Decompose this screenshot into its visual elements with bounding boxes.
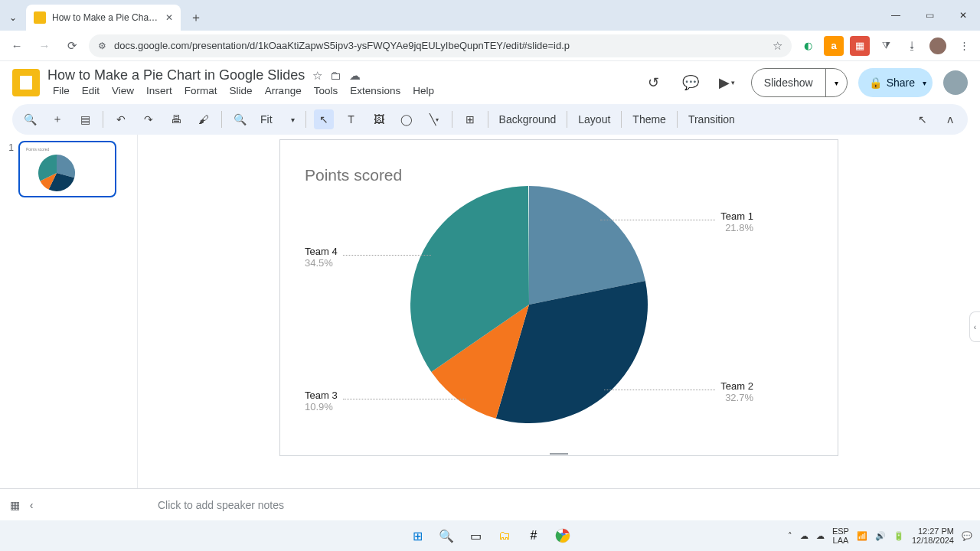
volume-icon[interactable]: 🔊 — [875, 531, 886, 541]
image-icon[interactable]: 🖼 — [369, 109, 389, 129]
menu-slide[interactable]: Slide — [224, 83, 258, 98]
extensions-menu-icon[interactable]: ⧩ — [876, 36, 896, 56]
menu-file[interactable]: File — [47, 83, 75, 98]
zoom-dropdown[interactable]: Fit▾ — [257, 113, 298, 126]
battery-icon[interactable]: 🔋 — [893, 531, 904, 541]
reload-button[interactable]: ⟳ — [61, 35, 83, 57]
system-tray[interactable]: ˄ ☁ ☁ ESPLAA 📶 🔊 🔋 12:27 PM12/18/2024 💬 — [788, 527, 972, 545]
slideshow-button[interactable]: Slideshow ▾ — [751, 68, 848, 97]
separator — [103, 111, 103, 128]
grid-view-icon[interactable]: ▦ — [10, 499, 20, 511]
theme-button[interactable]: Theme — [629, 113, 669, 126]
side-panel-toggle[interactable]: ‹ — [969, 311, 980, 342]
extension-icon[interactable]: a — [824, 36, 844, 56]
slide-thumbnail[interactable]: Points scored — [18, 141, 116, 197]
menu-edit[interactable]: Edit — [77, 83, 105, 98]
move-icon[interactable]: 🗀 — [330, 69, 341, 82]
transition-button[interactable]: Transition — [685, 113, 738, 126]
forward-button[interactable]: → — [34, 35, 55, 57]
cloud-saved-icon[interactable]: ☁ — [349, 69, 361, 83]
shape-icon[interactable]: ◯ — [397, 109, 416, 129]
menu-arrange[interactable]: Arrange — [260, 83, 307, 98]
background-button[interactable]: Background — [496, 113, 560, 126]
slide-canvas[interactable]: Points scored Team 1 21.8% Team 2 32.7% … — [279, 139, 838, 456]
leader-line — [343, 399, 466, 399]
collapse-filmstrip-icon[interactable]: ‹ — [30, 499, 34, 511]
separator — [305, 111, 306, 128]
slide-canvas-area[interactable]: Points scored Team 1 21.8% Team 2 32.7% … — [138, 135, 980, 488]
close-window-button[interactable]: ✕ — [946, 0, 980, 31]
menu-tools[interactable]: Tools — [309, 83, 344, 98]
tray-chevron-icon[interactable]: ˄ — [788, 531, 792, 541]
document-title[interactable]: How to Make a Pie Chart in Google Slides — [47, 67, 305, 83]
chrome-icon[interactable] — [552, 525, 573, 546]
select-tool-icon[interactable]: ↖ — [314, 109, 334, 129]
separator — [677, 111, 678, 128]
toolbar: 🔍 ＋ ▤ ↶ ↷ 🖶 🖌 🔍 Fit▾ ↖ T 🖼 ◯ ╲▾ ⊞ Backgr… — [12, 104, 968, 135]
clock[interactable]: 12:27 PM12/18/2024 — [912, 527, 954, 545]
back-button[interactable]: ← — [6, 35, 28, 57]
onedrive-icon[interactable]: ☁ — [816, 531, 825, 541]
slack-icon[interactable]: # — [523, 525, 544, 546]
print-icon[interactable]: 🖶 — [166, 109, 186, 129]
bookmark-icon[interactable]: ☆ — [773, 39, 782, 53]
share-button[interactable]: 🔒 Share ▾ — [858, 68, 933, 97]
chevron-down-icon: ⌄ — [9, 12, 17, 23]
workspace: 1 Points scored Points scored Team 1 21.… — [0, 135, 980, 488]
hide-menus-icon[interactable]: ʌ — [940, 109, 960, 129]
slides-header: How to Make a Pie Chart in Google Slides… — [0, 61, 980, 104]
speaker-notes-input[interactable]: Click to add speaker notes — [158, 499, 284, 511]
line-icon[interactable]: ╲▾ — [424, 109, 444, 129]
pie-label-team4: Team 4 34.5% — [305, 246, 338, 269]
slides-logo-icon[interactable] — [12, 69, 40, 96]
menu-view[interactable]: View — [106, 83, 139, 98]
meet-icon[interactable]: ▶▾ — [714, 70, 740, 96]
comments-icon[interactable]: 💬 — [678, 70, 704, 96]
slide-thumbnail-panel[interactable]: 1 Points scored — [0, 135, 138, 488]
extension-icon[interactable]: ◐ — [798, 36, 818, 56]
pointer-mode-icon[interactable]: ↖ — [913, 109, 933, 129]
comment-icon[interactable]: ⊞ — [460, 109, 480, 129]
account-avatar-icon[interactable] — [943, 70, 968, 95]
menu-insert[interactable]: Insert — [141, 83, 178, 98]
maximize-button[interactable]: ▭ — [913, 0, 946, 31]
menu-format[interactable]: Format — [179, 83, 223, 98]
browser-tab[interactable]: How to Make a Pie Chart in Go… ✕ — [26, 5, 181, 31]
extension-icon[interactable]: ▦ — [850, 36, 870, 56]
wifi-icon[interactable]: 📶 — [857, 531, 867, 541]
new-slide-icon[interactable]: ＋ — [47, 109, 67, 129]
downloads-icon[interactable]: ⭳ — [902, 36, 922, 56]
notifications-icon[interactable]: 💬 — [962, 531, 972, 541]
notes-resize-handle[interactable] — [550, 453, 568, 456]
redo-icon[interactable]: ↷ — [139, 109, 158, 129]
paint-format-icon[interactable]: 🖌 — [194, 109, 214, 129]
slideshow-dropdown[interactable]: ▾ — [825, 69, 847, 96]
chrome-menu-icon[interactable]: ⋮ — [954, 36, 974, 56]
omnibox[interactable]: ⚙ docs.google.com/presentation/d/1kOaaKt… — [89, 34, 792, 57]
slideshow-label: Slideshow — [752, 77, 825, 89]
url-text: docs.google.com/presentation/d/1kOaaKtiZ… — [114, 40, 570, 51]
minimize-button[interactable]: ― — [879, 0, 913, 31]
site-settings-icon[interactable]: ⚙ — [98, 41, 106, 51]
search-menus-icon[interactable]: 🔍 — [20, 109, 40, 129]
profile-avatar-icon[interactable] — [928, 36, 948, 56]
task-view-icon[interactable]: ▭ — [465, 525, 486, 546]
textbox-icon[interactable]: T — [341, 109, 361, 129]
history-icon[interactable]: ↺ — [641, 70, 667, 96]
zoom-icon[interactable]: 🔍 — [230, 109, 250, 129]
share-dropdown[interactable]: ▾ — [923, 79, 926, 87]
file-explorer-icon[interactable]: 🗂 — [494, 525, 515, 546]
language-indicator[interactable]: ESPLAA — [832, 527, 849, 545]
search-icon[interactable]: 🔍 — [436, 525, 457, 546]
cloud-sync-icon[interactable]: ☁ — [800, 531, 808, 541]
start-button[interactable]: ⊞ — [407, 525, 428, 546]
new-tab-button[interactable]: ＋ — [185, 7, 207, 28]
close-icon[interactable]: ✕ — [165, 12, 173, 23]
new-slide-layout-icon[interactable]: ▤ — [75, 109, 95, 129]
menu-help[interactable]: Help — [407, 83, 439, 98]
star-icon[interactable]: ☆ — [312, 69, 322, 83]
layout-button[interactable]: Layout — [575, 113, 613, 126]
undo-icon[interactable]: ↶ — [111, 109, 131, 129]
tabs-dropdown[interactable]: ⌄ — [0, 5, 26, 31]
menu-extensions[interactable]: Extensions — [345, 83, 406, 98]
